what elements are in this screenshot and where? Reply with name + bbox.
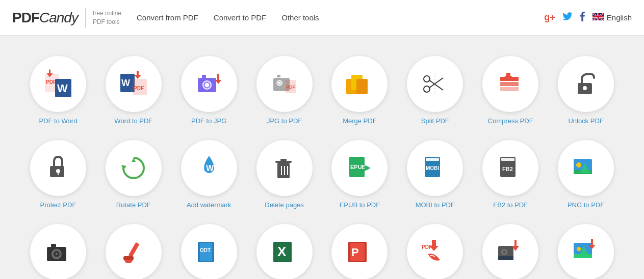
tool-item-unlock-pdf[interactable]: Unlock PDF: [548, 51, 624, 130]
tool-circle-split-pdf: [407, 56, 463, 112]
tool-circle-pdf-to-bmp: PDF: [407, 224, 463, 279]
tool-item-pdf-to-bmp[interactable]: PDF PDF to BMP: [397, 219, 473, 279]
tool-label-delete-pages: Delete pages: [265, 201, 304, 209]
facebook-icon[interactable]: [580, 11, 585, 24]
svg-rect-63: [123, 256, 134, 260]
tool-item-png-to-pdf[interactable]: PNG to PDF: [548, 135, 624, 214]
logo-area: PDFCandy free online PDF tools: [12, 8, 121, 28]
tool-item-fb2-to-pdf[interactable]: FB2 FB2 to PDF: [473, 135, 548, 214]
tool-circle-protect-pdf: [30, 140, 86, 196]
nav-other-tools[interactable]: Other tools: [281, 13, 319, 22]
svg-rect-39: [280, 159, 287, 161]
tool-item-pdf-to-tiff[interactable]: PDF to TIFF: [473, 219, 548, 279]
svg-text:MOBI: MOBI: [426, 165, 439, 171]
tool-label-word-to-pdf: Word to PDF: [114, 117, 152, 125]
tool-item-add-watermark[interactable]: W Add watermark: [171, 135, 247, 214]
tool-label-unlock-pdf: Unlock PDF: [568, 117, 603, 125]
svg-point-15: [278, 82, 280, 84]
svg-text:FB2: FB2: [502, 166, 513, 172]
pdf-to-png-icon: [571, 237, 601, 267]
logo-pdf: PDF: [12, 10, 39, 25]
tool-circle-png-to-pdf: [558, 140, 614, 196]
tool-item-merge-pdf[interactable]: Merge PDF: [322, 51, 398, 130]
split-pdf-icon: [420, 69, 450, 99]
tool-item-pdf-to-jpg[interactable]: PDF to JPG: [171, 51, 247, 130]
nav-convert-to-pdf[interactable]: Convert to PDF: [214, 13, 266, 22]
tool-circle-rotate-pdf: [106, 140, 162, 196]
tool-label-rotate-pdf: Rotate PDF: [116, 201, 151, 209]
unlock-pdf-icon: [571, 69, 601, 99]
svg-point-33: [56, 169, 60, 173]
svg-text:ODT: ODT: [200, 247, 211, 253]
svg-point-60: [56, 253, 58, 255]
tool-item-pdf-to-png[interactable]: PDF to PNG: [548, 219, 624, 279]
language-selector[interactable]: English: [593, 13, 632, 22]
tool-item-tiff-to-pdf[interactable]: TIFF to PDF: [20, 219, 96, 279]
pdf-to-word-icon: PDF W: [43, 69, 73, 99]
ppt-to-pdf-icon: P: [344, 237, 375, 267]
tool-circle-merge-pdf: [331, 56, 388, 112]
tool-item-jpg-to-pdf[interactable]: PDF JPG to PDF: [247, 51, 322, 130]
tool-label-compress-pdf: Compress PDF: [488, 117, 533, 125]
tiff-to-pdf-icon: [43, 237, 73, 267]
tool-label-split-pdf: Split PDF: [421, 117, 449, 125]
tool-item-mobi-to-pdf[interactable]: MOBI MOBI to PDF: [397, 135, 473, 214]
svg-text:X: X: [277, 244, 287, 259]
svg-marker-45: [365, 165, 371, 171]
logo: PDFCandy: [12, 10, 78, 26]
epub-to-pdf-icon: EPUB: [344, 153, 375, 183]
tool-label-mobi-to-pdf: MOBI to PDF: [416, 201, 455, 209]
fb2-to-pdf-icon: FB2: [495, 153, 526, 183]
tool-circle-mobi-to-pdf: MOBI: [407, 140, 463, 196]
main-content: PDF W PDF to Word W PDF Word to PDF: [0, 36, 644, 279]
tool-item-split-pdf[interactable]: Split PDF: [397, 51, 473, 130]
tool-item-compress-pdf[interactable]: Compress PDF: [473, 51, 548, 130]
protect-pdf-icon: [43, 153, 73, 183]
excel-to-pdf-icon: X: [269, 237, 300, 267]
delete-pages-icon: [269, 153, 300, 183]
tool-circle-epub-to-pdf: EPUB: [331, 140, 388, 196]
tool-item-ppt-to-pdf[interactable]: P PPT to PDF: [322, 219, 398, 279]
svg-rect-75: [498, 256, 513, 260]
twitter-icon[interactable]: [562, 12, 573, 23]
svg-marker-35: [121, 165, 126, 170]
tool-item-rotate-pdf[interactable]: Rotate PDF: [96, 135, 171, 214]
pdf-to-bmp-icon: PDF: [420, 237, 450, 267]
pdf-to-jpg-icon: [194, 69, 224, 99]
google-plus-icon[interactable]: g+: [544, 12, 555, 23]
main-nav: Convert from PDF Convert to PDF Other to…: [137, 13, 319, 22]
tool-label-protect-pdf: Protect PDF: [40, 201, 76, 209]
tool-circle-word-to-pdf: W PDF: [106, 56, 162, 112]
tool-item-excel-to-pdf[interactable]: X Excel to PDF: [247, 219, 322, 279]
tool-item-epub-to-pdf[interactable]: EPUB EPUB to PDF: [322, 135, 398, 214]
tools-grid: PDF W PDF to Word W PDF Word to PDF: [20, 51, 624, 279]
tool-item-protect-pdf[interactable]: Protect PDF: [20, 135, 96, 214]
merge-pdf-icon: [344, 69, 375, 99]
tool-item-odt-to-pdf[interactable]: ODT ODT to PDF: [171, 219, 247, 279]
tool-item-word-to-pdf[interactable]: W PDF Word to PDF: [96, 51, 171, 130]
mobi-to-pdf-icon: MOBI: [420, 153, 450, 183]
tool-item-pdf-to-word[interactable]: PDF W PDF to Word: [20, 51, 96, 130]
tool-label-pdf-to-word: PDF to Word: [39, 117, 77, 125]
svg-rect-47: [426, 158, 439, 161]
tool-label-pdf-to-jpg: PDF to JPG: [191, 117, 226, 125]
tool-circle-unlock-pdf: [558, 56, 614, 112]
svg-rect-16: [277, 75, 280, 77]
nav-convert-from-pdf[interactable]: Convert from PDF: [137, 13, 198, 22]
tool-item-bmp-to-pdf[interactable]: BMP to PDF: [96, 219, 171, 279]
odt-to-pdf-icon: ODT: [194, 237, 224, 267]
tool-label-merge-pdf: Merge PDF: [343, 117, 376, 125]
svg-rect-12: [202, 75, 206, 78]
logo-candy: Candy: [39, 10, 78, 25]
svg-line-24: [429, 80, 443, 90]
tool-circle-tiff-to-pdf: [30, 224, 86, 279]
svg-point-77: [503, 250, 506, 254]
language-label: English: [607, 13, 632, 22]
svg-point-80: [577, 247, 581, 251]
tool-item-delete-pages[interactable]: Delete pages: [247, 135, 322, 214]
tool-circle-pdf-to-tiff: [482, 224, 538, 279]
svg-text:W: W: [57, 82, 68, 95]
header: PDFCandy free online PDF tools Convert f…: [0, 0, 644, 36]
tool-circle-fb2-to-pdf: FB2: [482, 140, 538, 196]
svg-rect-50: [501, 158, 514, 161]
